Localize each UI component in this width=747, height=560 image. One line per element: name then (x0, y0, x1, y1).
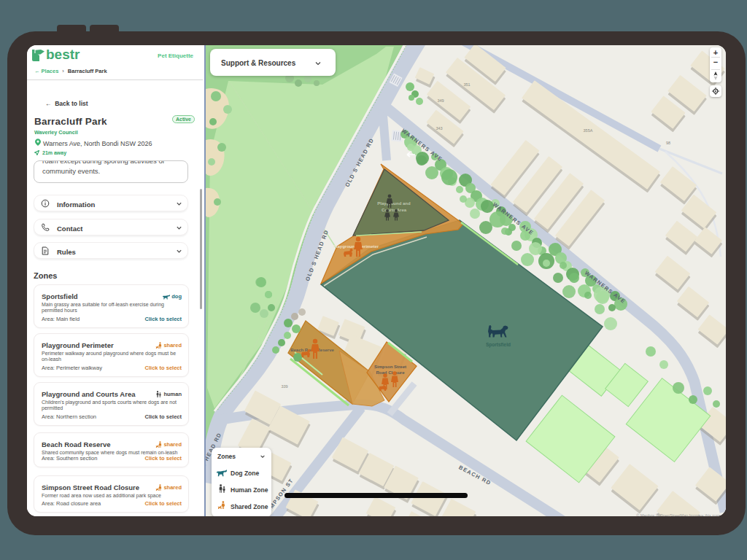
svg-text:355A: 355A (584, 128, 593, 133)
svg-text:Playground and: Playground and (377, 201, 411, 206)
svg-text:339: 339 (281, 384, 287, 389)
svg-text:349: 349 (437, 98, 444, 103)
svg-text:343: 343 (436, 126, 442, 131)
svg-text:Road Closure: Road Closure (376, 370, 405, 375)
svg-text:351: 351 (463, 82, 470, 87)
svg-text:Simpson Street: Simpson Street (374, 365, 406, 369)
svg-text:98: 98 (666, 141, 670, 145)
svg-text:Courts Area: Courts Area (382, 208, 407, 212)
svg-text:Sportsfield: Sportsfield (486, 342, 511, 348)
